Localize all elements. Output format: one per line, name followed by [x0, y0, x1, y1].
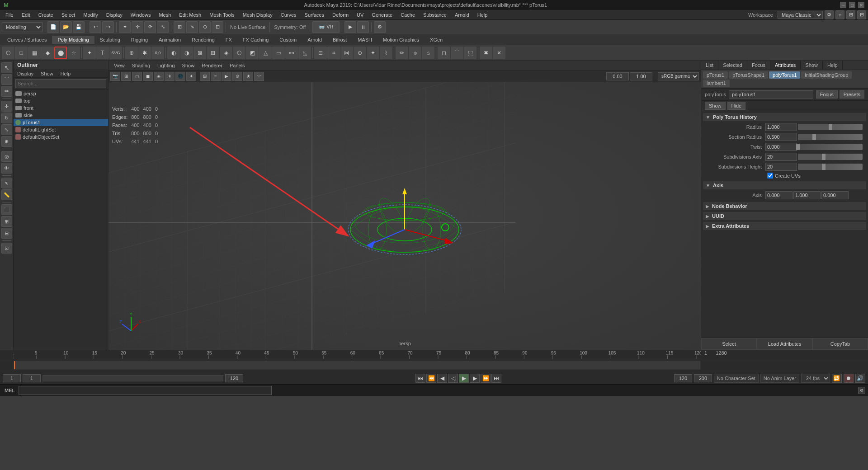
- curve-tool[interactable]: ∿: [1, 178, 12, 188]
- vp-hud-button[interactable]: ≡: [211, 72, 221, 81]
- menu-create[interactable]: Create: [35, 11, 57, 19]
- snap-point-button[interactable]: ⊙: [199, 21, 211, 33]
- twist-input[interactable]: [765, 143, 797, 151]
- menu-file[interactable]: File: [2, 11, 17, 19]
- go-end-button[interactable]: ⏭: [491, 374, 501, 383]
- radius-input[interactable]: [765, 123, 797, 131]
- loop-button[interactable]: 🔁: [832, 374, 842, 383]
- vp-cam-button[interactable]: 📷: [110, 72, 120, 81]
- vp-playback-button[interactable]: ▶: [222, 72, 231, 81]
- triangulate-button[interactable]: ◺: [298, 47, 311, 59]
- soft-select-button[interactable]: ✦: [83, 47, 96, 59]
- vp-menu-view[interactable]: View: [110, 62, 128, 69]
- status-settings-button[interactable]: ⚙: [858, 387, 865, 394]
- outliner-menu-display[interactable]: Display: [14, 70, 37, 77]
- edge-mode-button[interactable]: ▦: [28, 47, 41, 59]
- create-uvs-label[interactable]: Create UVs: [775, 173, 801, 179]
- presets-button[interactable]: Presets: [840, 90, 864, 99]
- lasso-tool[interactable]: ⌒: [1, 74, 12, 85]
- paint-button[interactable]: ✏: [396, 47, 408, 59]
- prev-frame-button[interactable]: ◀: [437, 374, 447, 383]
- combine-button[interactable]: ◐: [167, 47, 180, 59]
- vp-shadow-button[interactable]: 🌑: [175, 72, 185, 81]
- vp-sel-button[interactable]: ⊙: [232, 72, 242, 81]
- menu-substance[interactable]: Substance: [420, 11, 450, 19]
- menu-cache[interactable]: Cache: [397, 11, 419, 19]
- svg-button[interactable]: SVG: [109, 47, 122, 59]
- timeline-canvas[interactable]: [14, 350, 701, 359]
- focus-button[interactable]: Focus: [816, 90, 838, 99]
- node-tab-ptorus1[interactable]: pTorus1: [703, 71, 728, 79]
- select-tool-button[interactable]: ◻: [438, 47, 450, 59]
- menu-windows[interactable]: Windows: [127, 11, 155, 19]
- subdivisions-height-slider[interactable]: [798, 164, 863, 170]
- poke-button[interactable]: ✦: [367, 47, 379, 59]
- frame-range-end-input[interactable]: [694, 374, 712, 382]
- prev-key-button[interactable]: ⏪: [426, 374, 436, 383]
- menu-mesh-display[interactable]: Mesh Display: [239, 11, 276, 19]
- no-anim-layer-label[interactable]: No Anim Layer: [760, 374, 799, 383]
- render-button[interactable]: ▶: [344, 21, 356, 33]
- rotate-tool[interactable]: ↻: [1, 113, 12, 123]
- text-button[interactable]: T: [96, 47, 109, 59]
- scale-tool[interactable]: ⤡: [1, 124, 12, 135]
- vp-menu-renderer[interactable]: Renderer: [198, 62, 226, 69]
- menu-generate[interactable]: Generate: [368, 11, 396, 19]
- vp-wireframe-button[interactable]: ◻: [132, 72, 142, 81]
- copy-tab-button[interactable]: CopyTab: [812, 338, 868, 350]
- frame-end-input1[interactable]: [225, 374, 243, 382]
- workspace-settings-button[interactable]: ⚙: [825, 10, 834, 19]
- axis-x-input[interactable]: [765, 191, 793, 199]
- render-settings-button[interactable]: ⚙: [374, 21, 386, 33]
- workspace-extra-button[interactable]: ≡: [835, 10, 844, 19]
- redo-button[interactable]: ↪: [102, 21, 114, 33]
- polytorus-name-input[interactable]: [729, 90, 813, 99]
- node-behavior-header[interactable]: ▶ Node Behavior: [703, 202, 866, 210]
- face-mode-button[interactable]: ◆: [41, 47, 54, 59]
- select-mode-button[interactable]: ⬡: [2, 47, 14, 59]
- render-view-button[interactable]: ⬛: [1, 204, 12, 215]
- vp-textured-button[interactable]: ◈: [154, 72, 164, 81]
- delete-edge-button[interactable]: ✖: [480, 47, 492, 59]
- scale-button[interactable]: ⤡: [157, 21, 169, 33]
- viewport-canvas[interactable]: Verts:4004000 Edges:8008000 Faces:400400…: [108, 82, 701, 350]
- attr-tab-list[interactable]: List: [701, 61, 718, 70]
- vertex-mode-button[interactable]: □: [15, 47, 28, 59]
- vp-menu-lighting[interactable]: Lighting: [154, 62, 179, 69]
- extract-button[interactable]: ⊠: [193, 47, 206, 59]
- node-editor-button[interactable]: ⊟: [1, 228, 12, 239]
- menu-curves[interactable]: Curves: [277, 11, 300, 19]
- mel-input[interactable]: [19, 386, 272, 395]
- create-uvs-checkbox[interactable]: [767, 173, 773, 179]
- vp-motion-trail-button[interactable]: 〰: [254, 72, 264, 81]
- attr-tab-help[interactable]: Help: [823, 61, 843, 70]
- menu-modify[interactable]: Modify: [80, 11, 101, 19]
- vp-grid-button[interactable]: ⊞: [121, 72, 131, 81]
- sound-button[interactable]: 🔊: [855, 374, 865, 383]
- workspace-icon-button[interactable]: ⊟: [857, 10, 866, 19]
- hide-button[interactable]: Hide: [727, 102, 746, 110]
- uuid-section-header[interactable]: ▶ UUID: [703, 212, 866, 220]
- frame-current-input[interactable]: [23, 374, 41, 382]
- ruler-main[interactable]: [14, 350, 701, 359]
- tab-fx-caching[interactable]: FX Caching: [237, 36, 274, 44]
- tab-animation[interactable]: Animation: [153, 36, 186, 44]
- attr-tab-selected[interactable]: Selected: [718, 61, 747, 70]
- menu-mesh[interactable]: Mesh: [155, 11, 175, 19]
- smooth-button[interactable]: ◈: [220, 47, 232, 59]
- node-tab-initialshadinggroup[interactable]: initialShadingGroup: [801, 71, 852, 79]
- vp-menu-panels[interactable]: Panels: [226, 62, 249, 69]
- node-tab-polytorus1[interactable]: polyTorus1: [769, 71, 800, 79]
- hypershade-button[interactable]: ⊞: [1, 216, 12, 227]
- subdivisions-axis-input[interactable]: [765, 153, 797, 161]
- attr-tab-focus[interactable]: Focus: [747, 61, 770, 70]
- menu-arnold[interactable]: Arnold: [451, 11, 473, 19]
- plane-button[interactable]: ▭: [272, 47, 285, 59]
- wedge-button[interactable]: ⌇: [380, 47, 392, 59]
- tab-fx[interactable]: FX: [220, 36, 237, 44]
- vp-near-clip-input[interactable]: [606, 72, 629, 80]
- axis-y-input[interactable]: [793, 191, 821, 199]
- vp-menu-shading[interactable]: Shading: [128, 62, 154, 69]
- tab-poly-modeling[interactable]: Poly Modeling: [52, 36, 94, 44]
- outliner-item-persp[interactable]: persp: [14, 90, 108, 97]
